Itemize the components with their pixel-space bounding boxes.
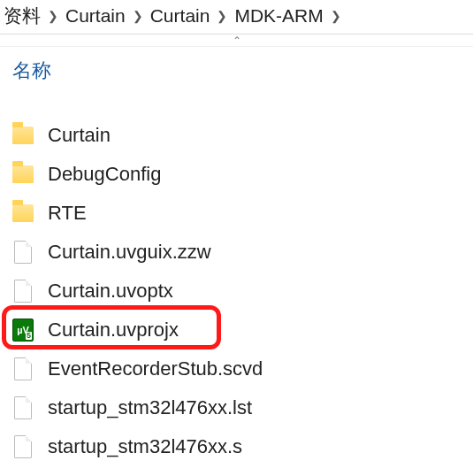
list-item[interactable]: Curtain.uvguix.zzw [0,233,473,272]
file-list: Curtain DebugConfig RTE Curtain.uvguix.z… [0,95,473,466]
chevron-right-icon: ❯ [44,9,62,23]
folder-icon [11,121,35,150]
list-item[interactable]: RTE [0,194,473,233]
breadcrumb-item[interactable]: MDK-ARM [231,5,326,27]
folder-icon [11,199,35,227]
file-icon [11,277,35,305]
file-name: startup_stm32l476xx.lst [48,396,252,419]
folder-icon [11,160,35,188]
file-icon [11,355,35,383]
file-name: RTE [48,202,87,225]
list-item[interactable]: EventRecorderStub.scvd [0,349,473,388]
file-icon [11,238,35,266]
file-name: startup_stm32l476xx.s [48,435,242,458]
expand-caret-icon[interactable]: ⌃ [233,35,241,47]
list-item[interactable]: DebugConfig [0,155,473,194]
file-name: Curtain.uvprojx [48,319,179,342]
breadcrumb-item[interactable]: Curtain [147,5,214,27]
list-item[interactable]: startup_stm32l476xx.lst [0,388,473,427]
file-icon [11,433,35,461]
file-name: DebugConfig [48,163,161,186]
file-icon [11,394,35,422]
file-name: Curtain [48,124,111,147]
list-item[interactable]: Curtain [0,116,473,155]
list-item[interactable]: µV5 Curtain.uvprojx [0,311,473,349]
uvprojx-icon: µV5 [11,316,35,344]
file-name: Curtain.uvguix.zzw [48,241,211,264]
list-item[interactable]: startup_stm32l476xx.s [0,427,473,466]
file-name: EventRecorderStub.scvd [48,357,263,380]
chevron-right-icon: ❯ [129,9,147,23]
breadcrumb-item[interactable]: Curtain [62,5,129,27]
list-item[interactable]: Curtain.uvoptx [0,272,473,311]
column-header-name[interactable]: 名称 [0,47,473,95]
chevron-right-icon: ❯ [327,9,345,23]
breadcrumb[interactable]: 资料 ❯ Curtain ❯ Curtain ❯ MDK-ARM ❯ [0,0,473,35]
breadcrumb-item[interactable]: 资料 [0,4,44,28]
chevron-right-icon: ❯ [213,9,231,23]
column-header-row: ⌃ [0,35,473,47]
file-name: Curtain.uvoptx [48,280,173,303]
